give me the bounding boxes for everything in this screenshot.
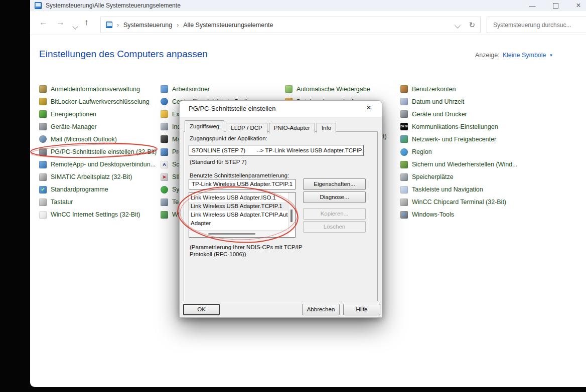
control-panel-item[interactable]: Datum und Uhrzeit	[400, 95, 518, 108]
access-point-combo[interactable]: S7ONLINE (STEP 7) --> TP-Link Wireless U…	[189, 145, 364, 156]
control-panel-item[interactable]: Tastatur	[39, 196, 157, 209]
horizontal-scrollbar[interactable]	[189, 230, 288, 237]
autoplay-icon	[285, 85, 292, 93]
com-settings-icon: COM SET	[400, 123, 408, 130]
control-panel-item[interactable]: RemoteApp- und Desktopverbindun...	[39, 158, 157, 171]
address-dropdown-chevron[interactable]	[456, 21, 460, 30]
pgpc-interface-icon	[39, 148, 47, 156]
dialog-bottom-button[interactable]: Abbrechen	[302, 304, 340, 315]
control-panel-item[interactable]: BitLocker-Laufwerkverschlüsselung	[39, 95, 157, 108]
dialog-tab[interactable]: LLDP / DCP	[226, 123, 267, 133]
bitlocker-icon	[39, 98, 47, 105]
control-panel-item[interactable]: ✔ Windows-Tools	[400, 209, 518, 221]
access-point-target: --> TP-Link Wireless USB Adapter.TCPIP.1	[256, 147, 364, 153]
control-panel-item[interactable]: Geräte und Drucker	[400, 108, 518, 120]
close-button[interactable]: ×	[567, 0, 586, 11]
storage-spaces-icon	[400, 173, 408, 181]
interface-list-item[interactable]: Link Wireless USB Adapter.TCPIP.1	[189, 202, 288, 211]
ease-of-access-icon	[161, 98, 168, 105]
user-accounts-icon	[400, 85, 408, 93]
control-panel-item[interactable]: Energieoptionen	[39, 108, 157, 120]
view-label: Anzeige:	[475, 52, 500, 59]
dialog-close-icon[interactable]: ×	[363, 103, 375, 113]
control-panel-item[interactable]: Geräte-Manager	[39, 120, 157, 133]
refresh-icon[interactable]: ↻	[469, 21, 475, 30]
indexing-options-icon	[161, 123, 168, 130]
param-field[interactable]: TP-Link Wireless USB Adapter.TCPIP.1	[189, 179, 296, 189]
hidden-item-fragment: t)	[383, 133, 387, 140]
control-panel-item[interactable]: Speicherplätze	[400, 171, 518, 183]
work-folders-icon	[161, 85, 168, 93]
dialog-tab[interactable]: Info	[317, 123, 336, 133]
toolbar: ← → ↑ › Systemsteuerung › Alle Systemste…	[30, 11, 586, 35]
control-panel-item[interactable]: Benutzerkonten	[400, 83, 518, 95]
access-point-value: S7ONLINE (STEP 7)	[192, 147, 245, 153]
taskbar-navigation-icon	[400, 186, 408, 193]
minimize-button[interactable]: —	[521, 0, 544, 11]
power-options-icon	[39, 110, 47, 118]
dialog-side-button[interactable]: Löschen	[303, 221, 366, 233]
control-panel-item[interactable]: SIMATIC Arbeitsplatz (32-Bit)	[39, 171, 157, 183]
vertical-scrollbar[interactable]	[288, 192, 295, 231]
credential-manager-icon	[39, 85, 47, 93]
screen: Systemsteuerung\Alle Systemsteuerungsele…	[0, 0, 586, 392]
up-button[interactable]: ↑	[84, 18, 89, 28]
param-label: Benutzte Schnittstellenparametrierung:	[190, 172, 289, 178]
dialog-tab[interactable]: PNIO-Adapter	[269, 123, 315, 133]
control-panel-item[interactable]: Netzwerk- und Freigabecenter	[400, 133, 518, 145]
recent-pages-chevron[interactable]	[73, 22, 77, 31]
mail-icon	[39, 135, 47, 143]
access-point-label: Zugangspunkt der Applikation:	[190, 135, 267, 141]
search-input[interactable]: Systemsteuerung durchsuc...	[493, 22, 586, 29]
back-button[interactable]: ←	[39, 18, 48, 28]
interface-list-item[interactable]: Link Wireless USB Adapter.ISO.1	[189, 193, 288, 202]
remoteapp-icon	[39, 161, 47, 168]
control-panel-item[interactable]: Taskleiste und Navigation	[400, 183, 518, 196]
interface-list-item[interactable]: Link Wireless USB Adapter.TCPIP.Auto.	[189, 211, 288, 219]
ndis-note: (Parametrierung Ihrer NDIS-CPs mit TCP/I…	[190, 244, 303, 258]
control-panel-item[interactable]: COM SET Kommunikations-Einstellungen	[400, 120, 518, 133]
keyboard-icon	[39, 199, 47, 206]
dialog-bottom-button[interactable]: OK	[183, 304, 220, 315]
control-panel-item[interactable]: Automatische Wiedergabe	[285, 83, 370, 95]
region-icon	[400, 148, 408, 156]
standard-note: (Standard für STEP 7)	[190, 159, 247, 165]
items-column-4: Benutzerkonten Datum und Uhrzeit Geräte …	[400, 83, 518, 221]
devices-printers-icon	[400, 110, 408, 118]
breadcrumb-systemsteuerung[interactable]: Systemsteuerung	[123, 22, 172, 29]
dialog-titlebar[interactable]: PG/PC-Schnittstelle einstellen ×	[180, 101, 382, 117]
control-panel-item[interactable]: Anmeldeinformationsverwaltung	[39, 83, 157, 95]
interface-listbox[interactable]: Link Wireless USB Adapter.ISO.1Link Wire…	[189, 192, 296, 238]
control-panel-item[interactable]: Mail (Microsoft Outlook)	[39, 133, 157, 145]
control-panel-item[interactable]: WinCC Chipcard Terminal (32-Bit)	[400, 196, 518, 209]
address-bar[interactable]: › Systemsteuerung › Alle Systemsteuerung…	[100, 17, 481, 33]
dialog-title: PG/PC-Schnittstelle einstellen	[189, 101, 275, 117]
control-panel-item[interactable]: PG/PC-Schnittstelle einstellen (32-Bit)	[39, 145, 157, 158]
control-panel-item[interactable]: ✔ Standardprogramme	[39, 183, 157, 196]
pgpc-dialog: PG/PC-Schnittstelle einstellen × Zugriff…	[179, 100, 382, 318]
search-box[interactable]: Systemsteuerung durchsuc...	[487, 17, 586, 33]
wincc-internet-icon	[39, 211, 47, 219]
titlebar[interactable]: Systemsteuerung\Alle Systemsteuerungsele…	[30, 0, 586, 11]
interface-list-item[interactable]: Adapter	[189, 219, 288, 228]
control-panel-item[interactable]: WinCC Internet Settings (32-Bit)	[39, 209, 157, 221]
control-panel-item[interactable]: Region	[400, 145, 518, 158]
dialog-side-button[interactable]: Diagnose...	[303, 191, 366, 203]
horizontal-scroll-thumb[interactable]	[208, 233, 255, 235]
vertical-scroll-thumb[interactable]	[290, 210, 292, 222]
page-title: Einstellungen des Computers anpassen	[39, 49, 208, 60]
view-value[interactable]: Kleine Symbole	[503, 52, 546, 59]
simatic-icon: ➤	[161, 173, 168, 181]
dialog-side-button[interactable]: Eigenschaften...	[303, 178, 366, 190]
windows-tools-icon: ✔	[400, 211, 408, 219]
control-panel-item[interactable]: Arbeitsordner	[161, 83, 264, 95]
dialog-bottom-button[interactable]: Hilfe	[343, 304, 380, 315]
breadcrumb-alle-elemente[interactable]: Alle Systemsteuerungselemente	[183, 22, 273, 29]
maximize-button[interactable]	[544, 0, 567, 11]
dialog-tab[interactable]: Zugriffsweg	[185, 120, 224, 132]
mouse-icon	[161, 135, 168, 143]
dialog-side-button[interactable]: Kopieren...	[303, 208, 366, 220]
view-selector[interactable]: Anzeige: Kleine Symbole ▼	[475, 52, 553, 59]
forward-button[interactable]: →	[56, 18, 65, 28]
control-panel-item[interactable]: Sichern und Wiederherstellen (Wind...	[400, 158, 518, 171]
